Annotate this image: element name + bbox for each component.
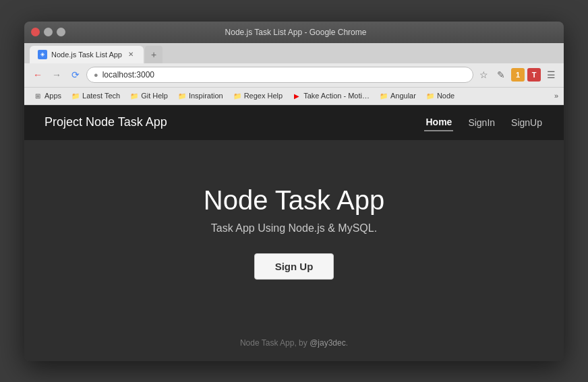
nav-link-signin[interactable]: SignIn xyxy=(467,115,496,131)
tab-favicon: ◈ xyxy=(38,50,47,59)
url-text: localhost:3000 xyxy=(102,70,154,79)
bookmark-git-help[interactable]: 📁 Git Help xyxy=(126,90,171,102)
bookmark-regex-help[interactable]: 📁 Regex Help xyxy=(229,90,286,102)
address-bar[interactable]: ● localhost:3000 xyxy=(86,67,473,83)
youtube-icon: ▶ xyxy=(292,91,301,100)
bookmark-apps-label: Apps xyxy=(45,92,61,100)
bookmark-apps[interactable]: ⊞ Apps xyxy=(30,90,65,102)
browser-tab-active[interactable]: ◈ Node.js Task List App ✕ xyxy=(30,46,144,63)
star-icon[interactable]: ☆ xyxy=(476,67,491,82)
minimize-button[interactable] xyxy=(44,28,53,36)
lock-icon: ● xyxy=(94,71,98,79)
pencil-icon[interactable]: ✎ xyxy=(494,67,508,82)
bookmark-angular-label: Angular xyxy=(390,92,416,100)
app-brand: Project Node Task App xyxy=(45,115,424,129)
nav-link-signup[interactable]: SignUp xyxy=(510,115,543,131)
footer-suffix: . xyxy=(346,338,348,348)
signup-button[interactable]: Sign Up xyxy=(254,253,334,280)
footer-text: Node Task App, by xyxy=(240,338,310,348)
bookmark-latest-tech-label: Latest Tech xyxy=(82,92,120,100)
menu-icon[interactable]: ☰ xyxy=(543,67,558,82)
app-footer: Node Task App, by @jay3dec. xyxy=(24,325,564,361)
window-title: Node.js Task List App - Google Chrome xyxy=(75,28,517,37)
bookmark-latest-tech[interactable]: 📁 Latest Tech xyxy=(67,90,123,102)
bookmarks-bar: ⊞ Apps 📁 Latest Tech 📁 Git Help 📁 Inspir… xyxy=(24,88,564,105)
bookmark-regex-help-label: Regex Help xyxy=(244,92,283,100)
folder-icon: 📁 xyxy=(233,91,242,100)
bookmark-inspiration-label: Inspiration xyxy=(189,92,223,100)
bookmark-take-action-label: Take Action - Moti… xyxy=(303,92,370,100)
bookmark-git-help-label: Git Help xyxy=(141,92,168,100)
bookmark-inspiration[interactable]: 📁 Inspiration xyxy=(174,90,227,102)
extension-orange-icon[interactable]: 1 xyxy=(511,68,525,82)
folder-icon: 📁 xyxy=(425,91,435,100)
browser-window: Node.js Task List App - Google Chrome ◈ … xyxy=(24,22,564,361)
back-button[interactable]: ← xyxy=(30,67,46,83)
new-tab-button[interactable]: + xyxy=(145,46,163,63)
bookmark-node-label: Node xyxy=(437,92,454,100)
apps-grid-icon: ⊞ xyxy=(33,91,42,100)
footer-mention: @jay3dec xyxy=(310,338,346,348)
app-content: Project Node Task App Home SignIn SignUp… xyxy=(24,105,564,361)
tab-bar: ◈ Node.js Task List App ✕ + xyxy=(24,43,564,63)
bookmarks-more-button[interactable]: » xyxy=(554,92,558,100)
hero-section: Node Task App Task App Using Node.js & M… xyxy=(24,140,564,325)
tab-close-button[interactable]: ✕ xyxy=(126,50,136,59)
maximize-button[interactable] xyxy=(57,28,65,36)
refresh-button[interactable]: ⟳ xyxy=(67,67,84,83)
title-bar: Node.js Task List App - Google Chrome xyxy=(24,22,564,43)
toolbar-right: ☆ ✎ 1 T ☰ xyxy=(476,67,558,82)
toolbar: ← → ⟳ ● localhost:3000 ☆ ✎ 1 T ☰ xyxy=(24,63,564,88)
hero-subtitle: Task App Using Node.js & MySQL. xyxy=(211,222,377,234)
bookmark-node[interactable]: 📁 Node xyxy=(422,90,458,102)
app-nav-links: Home SignIn SignUp xyxy=(424,114,543,131)
bookmark-angular[interactable]: 📁 Angular xyxy=(376,90,419,102)
close-button[interactable] xyxy=(31,28,40,36)
forward-button[interactable]: → xyxy=(49,67,65,83)
window-controls xyxy=(31,28,65,36)
folder-icon: 📁 xyxy=(379,91,388,100)
bookmark-take-action[interactable]: ▶ Take Action - Moti… xyxy=(289,90,373,102)
hero-title: Node Task App xyxy=(204,185,384,216)
folder-icon: 📁 xyxy=(71,91,80,100)
nav-link-home[interactable]: Home xyxy=(424,114,453,131)
folder-icon: 📁 xyxy=(177,91,187,100)
tab-label: Node.js Task List App xyxy=(51,51,122,59)
extension-red-icon[interactable]: T xyxy=(527,68,541,82)
folder-icon: 📁 xyxy=(129,91,139,100)
app-navbar: Project Node Task App Home SignIn SignUp xyxy=(24,105,564,140)
